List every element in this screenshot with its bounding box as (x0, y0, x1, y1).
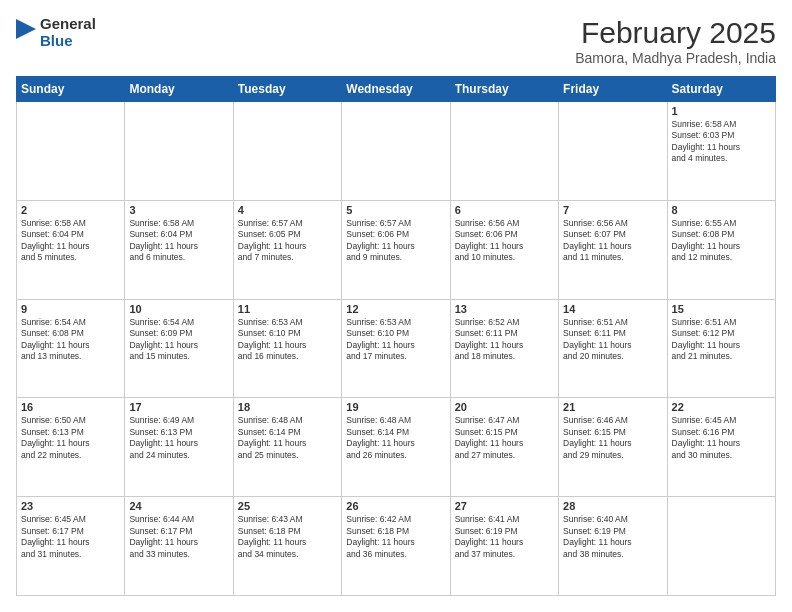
day-number: 5 (346, 204, 445, 216)
day-number: 13 (455, 303, 554, 315)
day-info: Sunrise: 6:53 AM Sunset: 6:10 PM Dayligh… (238, 317, 337, 363)
calendar-cell: 14Sunrise: 6:51 AM Sunset: 6:11 PM Dayli… (559, 299, 667, 398)
day-number: 10 (129, 303, 228, 315)
day-number: 8 (672, 204, 771, 216)
month-year-title: February 2025 (575, 16, 776, 50)
calendar-cell: 19Sunrise: 6:48 AM Sunset: 6:14 PM Dayli… (342, 398, 450, 497)
day-number: 17 (129, 401, 228, 413)
day-info: Sunrise: 6:56 AM Sunset: 6:07 PM Dayligh… (563, 218, 662, 264)
calendar-cell (342, 102, 450, 201)
day-number: 6 (455, 204, 554, 216)
day-number: 26 (346, 500, 445, 512)
day-number: 11 (238, 303, 337, 315)
header-monday: Monday (125, 77, 233, 102)
day-number: 24 (129, 500, 228, 512)
svg-marker-0 (16, 19, 36, 39)
calendar-cell: 2Sunrise: 6:58 AM Sunset: 6:04 PM Daylig… (17, 200, 125, 299)
calendar-cell (450, 102, 558, 201)
calendar-table: SundayMondayTuesdayWednesdayThursdayFrid… (16, 76, 776, 596)
calendar-cell: 24Sunrise: 6:44 AM Sunset: 6:17 PM Dayli… (125, 497, 233, 596)
calendar-cell: 1Sunrise: 6:58 AM Sunset: 6:03 PM Daylig… (667, 102, 775, 201)
day-info: Sunrise: 6:43 AM Sunset: 6:18 PM Dayligh… (238, 514, 337, 560)
day-info: Sunrise: 6:57 AM Sunset: 6:05 PM Dayligh… (238, 218, 337, 264)
day-number: 7 (563, 204, 662, 216)
logo-triangle-icon (16, 19, 36, 49)
calendar-cell (233, 102, 341, 201)
calendar-cell: 26Sunrise: 6:42 AM Sunset: 6:18 PM Dayli… (342, 497, 450, 596)
day-number: 22 (672, 401, 771, 413)
day-number: 19 (346, 401, 445, 413)
day-info: Sunrise: 6:51 AM Sunset: 6:11 PM Dayligh… (563, 317, 662, 363)
week-row-1: 1Sunrise: 6:58 AM Sunset: 6:03 PM Daylig… (17, 102, 776, 201)
day-number: 20 (455, 401, 554, 413)
header-tuesday: Tuesday (233, 77, 341, 102)
page: General Blue February 2025 Bamora, Madhy… (0, 0, 792, 612)
day-number: 18 (238, 401, 337, 413)
header-thursday: Thursday (450, 77, 558, 102)
header-wednesday: Wednesday (342, 77, 450, 102)
calendar-cell: 4Sunrise: 6:57 AM Sunset: 6:05 PM Daylig… (233, 200, 341, 299)
calendar-cell: 8Sunrise: 6:55 AM Sunset: 6:08 PM Daylig… (667, 200, 775, 299)
day-info: Sunrise: 6:42 AM Sunset: 6:18 PM Dayligh… (346, 514, 445, 560)
calendar-cell: 28Sunrise: 6:40 AM Sunset: 6:19 PM Dayli… (559, 497, 667, 596)
calendar-cell (559, 102, 667, 201)
day-number: 23 (21, 500, 120, 512)
day-info: Sunrise: 6:53 AM Sunset: 6:10 PM Dayligh… (346, 317, 445, 363)
day-info: Sunrise: 6:50 AM Sunset: 6:13 PM Dayligh… (21, 415, 120, 461)
day-number: 2 (21, 204, 120, 216)
day-number: 15 (672, 303, 771, 315)
calendar-cell: 9Sunrise: 6:54 AM Sunset: 6:08 PM Daylig… (17, 299, 125, 398)
calendar-cell: 23Sunrise: 6:45 AM Sunset: 6:17 PM Dayli… (17, 497, 125, 596)
day-number: 12 (346, 303, 445, 315)
calendar-header-row: SundayMondayTuesdayWednesdayThursdayFrid… (17, 77, 776, 102)
day-info: Sunrise: 6:45 AM Sunset: 6:16 PM Dayligh… (672, 415, 771, 461)
day-info: Sunrise: 6:58 AM Sunset: 6:04 PM Dayligh… (21, 218, 120, 264)
header-saturday: Saturday (667, 77, 775, 102)
day-info: Sunrise: 6:58 AM Sunset: 6:03 PM Dayligh… (672, 119, 771, 165)
day-number: 1 (672, 105, 771, 117)
day-number: 25 (238, 500, 337, 512)
day-info: Sunrise: 6:46 AM Sunset: 6:15 PM Dayligh… (563, 415, 662, 461)
day-info: Sunrise: 6:44 AM Sunset: 6:17 PM Dayligh… (129, 514, 228, 560)
logo-general: General (40, 16, 96, 33)
calendar-cell: 7Sunrise: 6:56 AM Sunset: 6:07 PM Daylig… (559, 200, 667, 299)
title-block: February 2025 Bamora, Madhya Pradesh, In… (575, 16, 776, 66)
day-number: 14 (563, 303, 662, 315)
day-number: 3 (129, 204, 228, 216)
day-number: 16 (21, 401, 120, 413)
header-friday: Friday (559, 77, 667, 102)
calendar-cell: 25Sunrise: 6:43 AM Sunset: 6:18 PM Dayli… (233, 497, 341, 596)
header-sunday: Sunday (17, 77, 125, 102)
day-info: Sunrise: 6:41 AM Sunset: 6:19 PM Dayligh… (455, 514, 554, 560)
calendar-cell: 16Sunrise: 6:50 AM Sunset: 6:13 PM Dayli… (17, 398, 125, 497)
day-info: Sunrise: 6:40 AM Sunset: 6:19 PM Dayligh… (563, 514, 662, 560)
day-info: Sunrise: 6:49 AM Sunset: 6:13 PM Dayligh… (129, 415, 228, 461)
logo-blue: Blue (40, 33, 96, 50)
day-info: Sunrise: 6:55 AM Sunset: 6:08 PM Dayligh… (672, 218, 771, 264)
week-row-4: 16Sunrise: 6:50 AM Sunset: 6:13 PM Dayli… (17, 398, 776, 497)
day-info: Sunrise: 6:47 AM Sunset: 6:15 PM Dayligh… (455, 415, 554, 461)
calendar-cell: 22Sunrise: 6:45 AM Sunset: 6:16 PM Dayli… (667, 398, 775, 497)
calendar-cell: 12Sunrise: 6:53 AM Sunset: 6:10 PM Dayli… (342, 299, 450, 398)
calendar-cell: 10Sunrise: 6:54 AM Sunset: 6:09 PM Dayli… (125, 299, 233, 398)
calendar-cell: 27Sunrise: 6:41 AM Sunset: 6:19 PM Dayli… (450, 497, 558, 596)
calendar-cell: 13Sunrise: 6:52 AM Sunset: 6:11 PM Dayli… (450, 299, 558, 398)
calendar-cell: 15Sunrise: 6:51 AM Sunset: 6:12 PM Dayli… (667, 299, 775, 398)
week-row-3: 9Sunrise: 6:54 AM Sunset: 6:08 PM Daylig… (17, 299, 776, 398)
calendar-cell: 3Sunrise: 6:58 AM Sunset: 6:04 PM Daylig… (125, 200, 233, 299)
calendar-cell (125, 102, 233, 201)
calendar-cell: 17Sunrise: 6:49 AM Sunset: 6:13 PM Dayli… (125, 398, 233, 497)
calendar-cell: 18Sunrise: 6:48 AM Sunset: 6:14 PM Dayli… (233, 398, 341, 497)
calendar-cell (667, 497, 775, 596)
day-number: 28 (563, 500, 662, 512)
calendar-cell: 5Sunrise: 6:57 AM Sunset: 6:06 PM Daylig… (342, 200, 450, 299)
day-info: Sunrise: 6:52 AM Sunset: 6:11 PM Dayligh… (455, 317, 554, 363)
week-row-2: 2Sunrise: 6:58 AM Sunset: 6:04 PM Daylig… (17, 200, 776, 299)
calendar-cell: 21Sunrise: 6:46 AM Sunset: 6:15 PM Dayli… (559, 398, 667, 497)
calendar-cell: 6Sunrise: 6:56 AM Sunset: 6:06 PM Daylig… (450, 200, 558, 299)
day-info: Sunrise: 6:54 AM Sunset: 6:08 PM Dayligh… (21, 317, 120, 363)
day-info: Sunrise: 6:54 AM Sunset: 6:09 PM Dayligh… (129, 317, 228, 363)
week-row-5: 23Sunrise: 6:45 AM Sunset: 6:17 PM Dayli… (17, 497, 776, 596)
day-info: Sunrise: 6:45 AM Sunset: 6:17 PM Dayligh… (21, 514, 120, 560)
header: General Blue February 2025 Bamora, Madhy… (16, 16, 776, 66)
